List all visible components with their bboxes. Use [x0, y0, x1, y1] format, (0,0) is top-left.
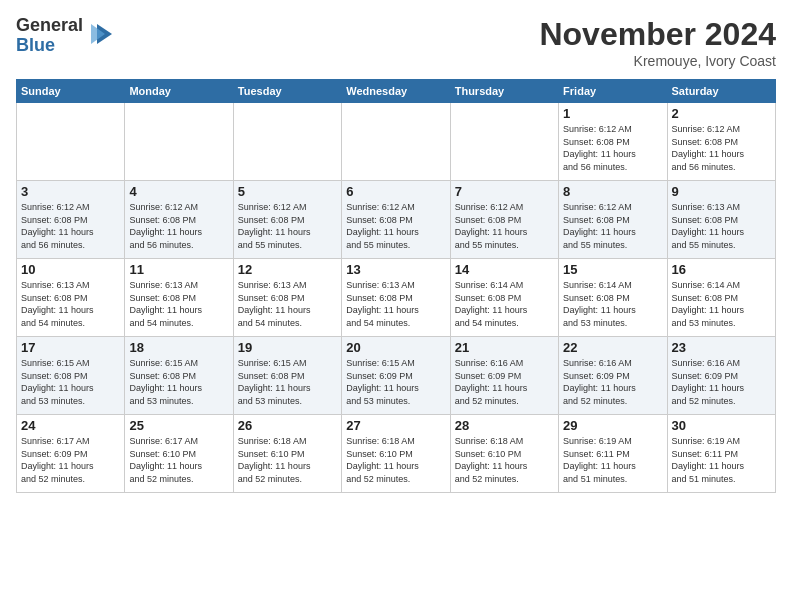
day-info: Sunrise: 6:12 AMSunset: 6:08 PMDaylight:… — [21, 201, 120, 251]
calendar-cell: 5Sunrise: 6:12 AMSunset: 6:08 PMDaylight… — [233, 181, 341, 259]
day-info: Sunrise: 6:13 AMSunset: 6:08 PMDaylight:… — [21, 279, 120, 329]
calendar-cell: 4Sunrise: 6:12 AMSunset: 6:08 PMDaylight… — [125, 181, 233, 259]
day-number: 10 — [21, 262, 120, 277]
weekday-header-saturday: Saturday — [667, 80, 775, 103]
day-info: Sunrise: 6:16 AMSunset: 6:09 PMDaylight:… — [455, 357, 554, 407]
day-info: Sunrise: 6:14 AMSunset: 6:08 PMDaylight:… — [563, 279, 662, 329]
calendar-body: 1Sunrise: 6:12 AMSunset: 6:08 PMDaylight… — [17, 103, 776, 493]
day-info: Sunrise: 6:15 AMSunset: 6:08 PMDaylight:… — [129, 357, 228, 407]
calendar-cell: 9Sunrise: 6:13 AMSunset: 6:08 PMDaylight… — [667, 181, 775, 259]
day-info: Sunrise: 6:17 AMSunset: 6:09 PMDaylight:… — [21, 435, 120, 485]
day-number: 29 — [563, 418, 662, 433]
calendar-cell — [450, 103, 558, 181]
calendar-cell: 11Sunrise: 6:13 AMSunset: 6:08 PMDayligh… — [125, 259, 233, 337]
day-info: Sunrise: 6:19 AMSunset: 6:11 PMDaylight:… — [563, 435, 662, 485]
day-number: 21 — [455, 340, 554, 355]
day-number: 13 — [346, 262, 445, 277]
calendar-cell: 13Sunrise: 6:13 AMSunset: 6:08 PMDayligh… — [342, 259, 450, 337]
page-container: General Blue November 2024 Kremouye, Ivo… — [0, 0, 792, 501]
calendar-week-4: 17Sunrise: 6:15 AMSunset: 6:08 PMDayligh… — [17, 337, 776, 415]
day-number: 24 — [21, 418, 120, 433]
day-number: 30 — [672, 418, 771, 433]
day-number: 14 — [455, 262, 554, 277]
weekday-header-monday: Monday — [125, 80, 233, 103]
day-number: 6 — [346, 184, 445, 199]
day-number: 7 — [455, 184, 554, 199]
day-number: 2 — [672, 106, 771, 121]
calendar-cell: 28Sunrise: 6:18 AMSunset: 6:10 PMDayligh… — [450, 415, 558, 493]
calendar-week-1: 1Sunrise: 6:12 AMSunset: 6:08 PMDaylight… — [17, 103, 776, 181]
weekday-header-row: SundayMondayTuesdayWednesdayThursdayFrid… — [17, 80, 776, 103]
day-number: 28 — [455, 418, 554, 433]
day-info: Sunrise: 6:13 AMSunset: 6:08 PMDaylight:… — [238, 279, 337, 329]
calendar-cell: 29Sunrise: 6:19 AMSunset: 6:11 PMDayligh… — [559, 415, 667, 493]
title-block: November 2024 Kremouye, Ivory Coast — [539, 16, 776, 69]
calendar-cell: 30Sunrise: 6:19 AMSunset: 6:11 PMDayligh… — [667, 415, 775, 493]
day-info: Sunrise: 6:12 AMSunset: 6:08 PMDaylight:… — [129, 201, 228, 251]
header: General Blue November 2024 Kremouye, Ivo… — [16, 16, 776, 69]
day-number: 20 — [346, 340, 445, 355]
day-info: Sunrise: 6:15 AMSunset: 6:09 PMDaylight:… — [346, 357, 445, 407]
calendar-cell: 27Sunrise: 6:18 AMSunset: 6:10 PMDayligh… — [342, 415, 450, 493]
day-info: Sunrise: 6:12 AMSunset: 6:08 PMDaylight:… — [346, 201, 445, 251]
calendar-cell: 15Sunrise: 6:14 AMSunset: 6:08 PMDayligh… — [559, 259, 667, 337]
day-number: 4 — [129, 184, 228, 199]
day-number: 9 — [672, 184, 771, 199]
calendar-cell: 19Sunrise: 6:15 AMSunset: 6:08 PMDayligh… — [233, 337, 341, 415]
weekday-header-wednesday: Wednesday — [342, 80, 450, 103]
calendar-cell: 6Sunrise: 6:12 AMSunset: 6:08 PMDaylight… — [342, 181, 450, 259]
day-info: Sunrise: 6:15 AMSunset: 6:08 PMDaylight:… — [238, 357, 337, 407]
logo-general-text: General — [16, 16, 83, 36]
day-info: Sunrise: 6:12 AMSunset: 6:08 PMDaylight:… — [672, 123, 771, 173]
calendar-cell: 7Sunrise: 6:12 AMSunset: 6:08 PMDaylight… — [450, 181, 558, 259]
day-number: 3 — [21, 184, 120, 199]
weekday-header-friday: Friday — [559, 80, 667, 103]
day-number: 18 — [129, 340, 228, 355]
weekday-header-thursday: Thursday — [450, 80, 558, 103]
calendar-cell: 25Sunrise: 6:17 AMSunset: 6:10 PMDayligh… — [125, 415, 233, 493]
day-info: Sunrise: 6:13 AMSunset: 6:08 PMDaylight:… — [129, 279, 228, 329]
calendar-table: SundayMondayTuesdayWednesdayThursdayFrid… — [16, 79, 776, 493]
day-info: Sunrise: 6:19 AMSunset: 6:11 PMDaylight:… — [672, 435, 771, 485]
day-number: 25 — [129, 418, 228, 433]
calendar-cell: 16Sunrise: 6:14 AMSunset: 6:08 PMDayligh… — [667, 259, 775, 337]
day-number: 22 — [563, 340, 662, 355]
day-number: 1 — [563, 106, 662, 121]
day-info: Sunrise: 6:12 AMSunset: 6:08 PMDaylight:… — [238, 201, 337, 251]
day-info: Sunrise: 6:18 AMSunset: 6:10 PMDaylight:… — [346, 435, 445, 485]
day-info: Sunrise: 6:15 AMSunset: 6:08 PMDaylight:… — [21, 357, 120, 407]
day-number: 12 — [238, 262, 337, 277]
logo-icon — [87, 19, 117, 53]
calendar-cell: 14Sunrise: 6:14 AMSunset: 6:08 PMDayligh… — [450, 259, 558, 337]
day-info: Sunrise: 6:13 AMSunset: 6:08 PMDaylight:… — [346, 279, 445, 329]
calendar-week-2: 3Sunrise: 6:12 AMSunset: 6:08 PMDaylight… — [17, 181, 776, 259]
location: Kremouye, Ivory Coast — [539, 53, 776, 69]
day-number: 27 — [346, 418, 445, 433]
calendar-cell: 20Sunrise: 6:15 AMSunset: 6:09 PMDayligh… — [342, 337, 450, 415]
day-number: 15 — [563, 262, 662, 277]
day-number: 26 — [238, 418, 337, 433]
day-info: Sunrise: 6:18 AMSunset: 6:10 PMDaylight:… — [238, 435, 337, 485]
day-number: 19 — [238, 340, 337, 355]
calendar-header: SundayMondayTuesdayWednesdayThursdayFrid… — [17, 80, 776, 103]
day-number: 16 — [672, 262, 771, 277]
day-info: Sunrise: 6:12 AMSunset: 6:08 PMDaylight:… — [563, 201, 662, 251]
calendar-cell: 8Sunrise: 6:12 AMSunset: 6:08 PMDaylight… — [559, 181, 667, 259]
day-info: Sunrise: 6:12 AMSunset: 6:08 PMDaylight:… — [455, 201, 554, 251]
calendar-cell: 18Sunrise: 6:15 AMSunset: 6:08 PMDayligh… — [125, 337, 233, 415]
day-info: Sunrise: 6:14 AMSunset: 6:08 PMDaylight:… — [672, 279, 771, 329]
day-number: 17 — [21, 340, 120, 355]
calendar-cell: 1Sunrise: 6:12 AMSunset: 6:08 PMDaylight… — [559, 103, 667, 181]
calendar-cell: 17Sunrise: 6:15 AMSunset: 6:08 PMDayligh… — [17, 337, 125, 415]
calendar-cell: 3Sunrise: 6:12 AMSunset: 6:08 PMDaylight… — [17, 181, 125, 259]
day-info: Sunrise: 6:17 AMSunset: 6:10 PMDaylight:… — [129, 435, 228, 485]
calendar-cell: 10Sunrise: 6:13 AMSunset: 6:08 PMDayligh… — [17, 259, 125, 337]
day-info: Sunrise: 6:12 AMSunset: 6:08 PMDaylight:… — [563, 123, 662, 173]
day-info: Sunrise: 6:13 AMSunset: 6:08 PMDaylight:… — [672, 201, 771, 251]
calendar-cell: 2Sunrise: 6:12 AMSunset: 6:08 PMDaylight… — [667, 103, 775, 181]
logo-blue-text: Blue — [16, 36, 83, 56]
calendar-cell — [233, 103, 341, 181]
day-number: 23 — [672, 340, 771, 355]
day-info: Sunrise: 6:16 AMSunset: 6:09 PMDaylight:… — [672, 357, 771, 407]
day-number: 11 — [129, 262, 228, 277]
